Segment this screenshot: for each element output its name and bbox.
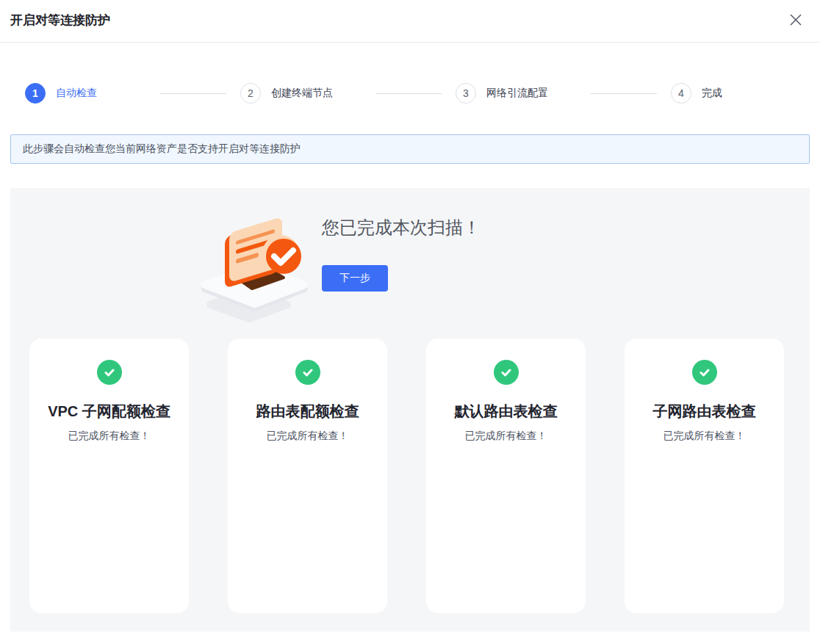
check-card-subtitle: 已完成所有检查！	[625, 430, 784, 443]
check-cards-row: VPC 子网配额检查 已完成所有检查！ 路由表配额检查 已完成所有检查！ 默认路…	[29, 339, 810, 613]
step-number-badge: 1	[25, 83, 46, 104]
step-number-badge: 2	[240, 83, 261, 104]
step-label: 完成	[702, 87, 722, 100]
step-auto-check: 1 自动检查	[25, 83, 97, 104]
step-number-badge: 3	[456, 83, 476, 104]
check-card-title: 子网路由表检查	[625, 401, 784, 422]
success-badge	[692, 360, 717, 385]
check-card-subtitle: 已完成所有检查！	[228, 430, 387, 443]
check-card-route-table-quota: 路由表配额检查 已完成所有检查！	[228, 339, 387, 613]
check-icon	[698, 366, 711, 379]
step-connector	[591, 93, 657, 94]
step-traffic-config: 3 网络引流配置	[456, 83, 548, 104]
success-badge	[494, 360, 519, 385]
step-create-endpoint: 2 创建终端节点	[240, 83, 333, 104]
dialog-title: 开启对等连接防护	[10, 12, 110, 29]
step-connector	[160, 93, 226, 94]
step-label: 网络引流配置	[486, 87, 548, 100]
info-banner: 此步骤会自动检查您当前网络资产是否支持开启对等连接防护	[10, 134, 810, 164]
step-label: 创建终端节点	[271, 87, 333, 100]
check-icon	[103, 366, 116, 379]
close-icon	[788, 12, 803, 27]
check-icon	[301, 366, 314, 379]
next-step-button[interactable]: 下一步	[322, 265, 388, 292]
success-badge	[295, 360, 320, 385]
check-icon	[500, 366, 513, 379]
check-card-subtitle: 已完成所有检查！	[29, 430, 189, 443]
check-card-subtitle: 已完成所有检查！	[426, 430, 586, 443]
close-button[interactable]	[786, 10, 805, 29]
check-card-vpc-subnet-quota: VPC 子网配额检查 已完成所有检查！	[29, 339, 189, 613]
check-card-subnet-route-table: 子网路由表检查 已完成所有检查！	[625, 339, 784, 613]
scan-complete-heading: 您已完成本次扫描！	[322, 215, 481, 239]
scan-complete-illustration	[193, 206, 314, 323]
info-banner-text: 此步骤会自动检查您当前网络资产是否支持开启对等连接防护	[23, 142, 301, 156]
check-card-title: 默认路由表检查	[426, 401, 586, 422]
step-number-badge: 4	[671, 83, 691, 104]
dialog-header: 开启对等连接防护	[0, 0, 820, 43]
step-finish: 4 完成	[671, 83, 722, 104]
check-card-default-route-table: 默认路由表检查 已完成所有检查！	[426, 339, 586, 613]
scan-result-panel: 您已完成本次扫描！ 下一步 VPC 子网配额检查 已完成所有检查！ 路由表配额检…	[10, 188, 810, 632]
step-label: 自动检查	[56, 87, 97, 100]
scan-result-text-block: 您已完成本次扫描！ 下一步	[322, 206, 481, 323]
scan-result-hero: 您已完成本次扫描！ 下一步	[10, 188, 810, 323]
wizard-stepper: 1 自动检查 2 创建终端节点 3 网络引流配置 4 完成	[10, 83, 810, 104]
check-card-title: VPC 子网配额检查	[29, 401, 189, 422]
check-card-title: 路由表配额检查	[228, 401, 387, 422]
step-connector	[375, 93, 442, 94]
success-badge	[97, 360, 122, 385]
